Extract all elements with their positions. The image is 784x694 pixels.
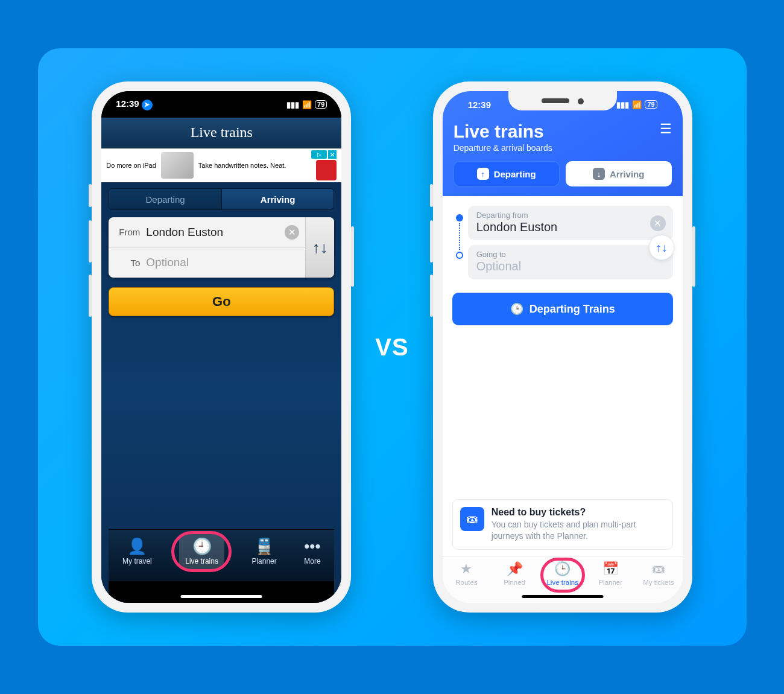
phone-old: 12:39➤ ▮▮▮ 📶 79 Live trains Do more on i…: [92, 81, 351, 613]
tab-pinned[interactable]: 📌Pinned: [495, 561, 534, 586]
pin-icon: 📌: [507, 561, 523, 577]
segment-departing[interactable]: ↑Departing: [454, 161, 560, 186]
tab-planner[interactable]: 📅Planner: [590, 561, 630, 586]
swap-stations-icon[interactable]: ↑↓: [649, 235, 674, 260]
to-placeholder: Optional: [146, 256, 299, 269]
tab-more[interactable]: •••More: [304, 537, 320, 565]
clear-from-icon[interactable]: ✕: [285, 225, 299, 240]
page-subtitle: Departure & arrival boards: [454, 143, 552, 153]
tab-live-trains[interactable]: 🕘Live trains: [179, 533, 224, 569]
promo-text: You can buy tickets and plan multi-part …: [492, 519, 665, 542]
signal-icon: ▮▮▮: [286, 100, 299, 109]
signal-icon: ▮▮▮: [616, 100, 629, 109]
promo-title: Need to buy tickets?: [492, 507, 665, 518]
vs-label: VS: [375, 334, 408, 361]
from-value: London Euston: [146, 226, 285, 239]
station-input-card: From London Euston ✕ To Optional ↑↓: [109, 217, 334, 278]
status-time: 12:39: [468, 100, 491, 110]
tab-bar: 👤My travel 🕘Live trains 🚆Planner •••More: [109, 529, 334, 581]
promo-card[interactable]: 🎟 Need to buy tickets? You can buy ticke…: [452, 499, 673, 550]
status-bar: 12:39 ▮▮▮ 📶 79: [454, 91, 672, 118]
calendar-icon: 📅: [602, 561, 619, 577]
tab-my-tickets[interactable]: 🎟My tickets: [639, 561, 678, 586]
tab-routes[interactable]: ★Routes: [446, 561, 486, 586]
clock-icon: 🕒: [510, 302, 523, 316]
from-label: From: [109, 227, 146, 237]
swap-stations-icon[interactable]: ↑↓: [305, 217, 334, 278]
more-icon: •••: [304, 537, 320, 556]
from-field[interactable]: Departing from London Euston ✕: [468, 206, 673, 240]
adchoices-icon[interactable]: ▷: [311, 150, 327, 159]
departing-trains-button[interactable]: 🕒Departing Trains: [452, 293, 673, 325]
ad-close-icon[interactable]: ✕: [328, 150, 337, 159]
tab-live-trains[interactable]: 🕒Live trains: [543, 561, 583, 586]
status-time: 12:39: [116, 98, 139, 109]
phone-new: 12:39 ▮▮▮ 📶 79 Live trains Departure & a…: [433, 81, 692, 613]
filter-icon[interactable]: ☰: [660, 121, 672, 137]
page-title: Live trains: [454, 121, 552, 142]
go-button[interactable]: Go: [109, 287, 334, 316]
ad-text-right: Take handwritten notes. Neat.: [198, 162, 286, 169]
arrow-down-icon: ↓: [593, 168, 605, 180]
location-icon: ➤: [142, 100, 153, 110]
to-field[interactable]: Going to Optional: [468, 245, 673, 279]
segment-control: ↑Departing ↓Arriving: [454, 161, 672, 186]
user-icon: 👤: [127, 537, 147, 556]
ad-thumbnail: [161, 152, 194, 179]
ad-cta[interactable]: [316, 160, 337, 180]
battery-indicator: 79: [315, 100, 327, 109]
route-line-icon: [456, 214, 463, 259]
to-label: Going to: [476, 250, 642, 259]
home-indicator[interactable]: [181, 595, 262, 598]
segment-departing[interactable]: Departing: [109, 189, 222, 209]
tickets-icon: 🎟: [652, 561, 665, 577]
tab-bar: ★Routes 📌Pinned 🕒Live trains 📅Planner 🎟M…: [443, 556, 683, 603]
home-indicator[interactable]: [522, 595, 603, 598]
clock-icon: 🕘: [192, 537, 212, 556]
arrow-up-icon: ↑: [477, 168, 489, 180]
tab-planner[interactable]: 🚆Planner: [251, 537, 276, 565]
train-icon: 🚆: [254, 537, 274, 556]
from-field[interactable]: From London Euston ✕: [109, 217, 305, 247]
status-bar: 12:39➤ ▮▮▮ 📶 79: [101, 91, 341, 118]
clock-icon: 🕒: [554, 561, 571, 577]
clear-from-icon[interactable]: ✕: [650, 215, 666, 231]
tab-my-travel[interactable]: 👤My travel: [122, 537, 152, 565]
ad-text-left: Do more on iPad: [106, 162, 156, 169]
to-label: To: [109, 258, 146, 268]
ad-banner[interactable]: Do more on iPad Take handwritten notes. …: [101, 148, 341, 182]
star-icon: ★: [460, 561, 472, 577]
ticket-icon: 🎟: [460, 507, 484, 531]
comparison-canvas: 12:39➤ ▮▮▮ 📶 79 Live trains Do more on i…: [38, 48, 747, 646]
segment-control: Departing Arriving: [109, 188, 334, 210]
to-placeholder: Optional: [476, 259, 642, 273]
page-title: Live trains: [101, 118, 341, 148]
battery-indicator: 79: [645, 100, 657, 109]
wifi-icon: 📶: [302, 100, 312, 109]
segment-arriving[interactable]: ↓Arriving: [566, 161, 672, 186]
to-field[interactable]: To Optional: [109, 247, 305, 278]
from-value: London Euston: [476, 220, 642, 234]
segment-arriving[interactable]: Arriving: [222, 189, 334, 209]
route-inputs: Departing from London Euston ✕ Going to …: [452, 206, 673, 279]
from-label: Departing from: [476, 211, 642, 220]
wifi-icon: 📶: [632, 100, 642, 109]
